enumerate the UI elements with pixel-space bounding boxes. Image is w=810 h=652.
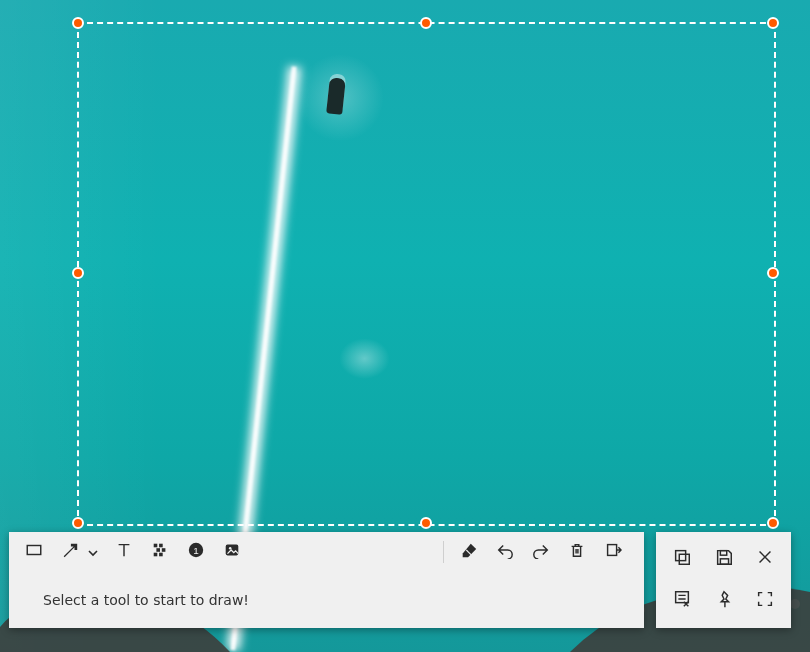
counter-icon: 1 [187,541,205,563]
undo-icon [496,541,514,563]
fullscreen-icon [755,589,775,613]
svg-point-20 [229,547,232,550]
redo-icon [532,541,550,563]
trash-icon [568,541,586,563]
close-icon [755,547,775,571]
pixelate-tool-button[interactable] [145,537,175,567]
arrow-tool-button[interactable] [55,537,85,567]
svg-rect-22 [676,551,686,561]
image-icon [223,541,241,563]
export-icon [604,541,622,563]
svg-rect-12 [159,544,163,548]
pin-button[interactable] [706,584,742,618]
svg-rect-16 [159,553,163,557]
action-panel [656,532,791,628]
handle-ne[interactable] [767,17,779,29]
delete-button[interactable] [562,537,592,567]
copy-icon [672,547,692,571]
svg-rect-13 [156,548,160,552]
export-button[interactable] [598,537,628,567]
arrow-icon [61,541,79,563]
handle-sw[interactable] [72,517,84,529]
svg-rect-11 [154,544,158,548]
svg-rect-19 [226,545,239,556]
counter-tool-button[interactable]: 1 [181,537,211,567]
svg-rect-25 [720,559,728,564]
chevron-down-icon [88,543,98,562]
svg-rect-15 [154,553,158,557]
close-button[interactable] [747,542,783,576]
svg-rect-21 [608,545,617,556]
eraser-button[interactable] [454,537,484,567]
pin-icon [714,589,734,613]
options-icon [672,589,692,613]
handle-nw[interactable] [72,17,84,29]
handle-s[interactable] [420,517,432,529]
svg-rect-10 [27,546,41,555]
copy-button[interactable] [664,542,700,576]
options-button[interactable] [664,584,700,618]
svg-point-9 [790,599,800,609]
image-tool-button[interactable] [217,537,247,567]
draw-toolbar: 1 [9,532,644,572]
rectangle-icon [25,541,43,563]
pixelate-icon [151,541,169,563]
draw-toolbar-panel: 1 [9,532,644,628]
hint-text: Select a tool to start to draw! [43,592,249,608]
redo-button[interactable] [526,537,556,567]
save-button[interactable] [706,542,742,576]
eraser-icon [460,541,478,563]
arrow-tool-dropdown[interactable] [85,537,101,567]
undo-button[interactable] [490,537,520,567]
handle-n[interactable] [420,17,432,29]
text-icon [115,541,133,563]
text-tool-button[interactable] [109,537,139,567]
hint-bar: Select a tool to start to draw! [9,572,644,628]
fullscreen-button[interactable] [747,584,783,618]
handle-w[interactable] [72,267,84,279]
svg-rect-23 [679,554,689,564]
svg-text:1: 1 [193,545,199,556]
rectangle-tool-button[interactable] [19,537,49,567]
save-icon [714,547,734,571]
svg-rect-24 [720,551,726,556]
svg-rect-14 [162,548,166,552]
handle-se[interactable] [767,517,779,529]
svg-rect-26 [676,592,689,603]
selection-box[interactable] [77,22,776,526]
handle-e[interactable] [767,267,779,279]
toolbar-separator [443,541,444,563]
